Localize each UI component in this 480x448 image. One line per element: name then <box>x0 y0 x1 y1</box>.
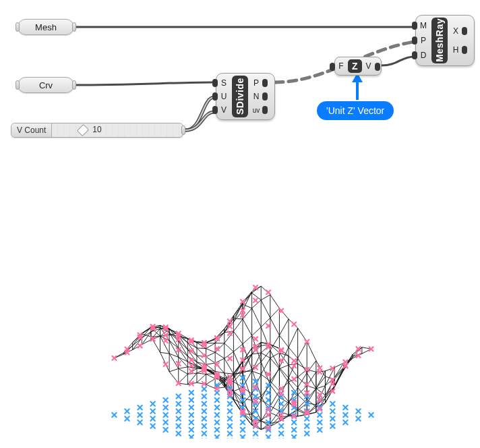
svg-line-470 <box>206 379 216 385</box>
result-visualization <box>61 175 425 439</box>
node-meshray-outputs: X H <box>448 16 463 65</box>
slider-vcount-handle[interactable] <box>77 124 89 136</box>
wire-vcount-to-u-outer <box>185 97 214 130</box>
param-mesh-output-grip[interactable] <box>72 22 76 32</box>
svg-line-472 <box>206 385 216 389</box>
svg-line-544 <box>261 353 270 358</box>
svg-line-144 <box>224 343 234 352</box>
port-sdivide-p[interactable]: P <box>250 77 262 89</box>
node-meshray[interactable]: M P D MeshRay X H <box>415 15 475 66</box>
param-mesh-input-grip[interactable] <box>16 22 20 32</box>
svg-line-173 <box>270 308 280 318</box>
svg-line-150 <box>206 357 216 363</box>
svg-line-179 <box>252 327 262 336</box>
annotation-unitz: 'Unit Z' Vector <box>317 101 394 120</box>
param-crv-input-grip[interactable] <box>16 80 20 90</box>
node-sdivide-outputs: P N uv <box>249 74 264 119</box>
svg-line-301 <box>307 341 316 360</box>
wire-vcount-to-v-inner <box>185 112 214 130</box>
svg-line-254 <box>169 354 179 368</box>
annotation-unitz-text: 'Unit Z' Vector <box>326 105 384 116</box>
svg-line-102 <box>206 343 216 349</box>
param-mesh-label: Mesh <box>35 22 57 32</box>
slider-vcount[interactable]: V Count 10 <box>11 123 183 138</box>
node-meshray-title: MeshRay <box>431 18 448 63</box>
param-crv-output-grip[interactable] <box>72 80 76 90</box>
svg-line-451 <box>270 391 280 405</box>
port-meshray-h[interactable]: H <box>450 44 462 56</box>
svg-line-139 <box>233 319 243 331</box>
svg-line-147 <box>215 352 224 358</box>
svg-line-267 <box>270 385 280 397</box>
svg-line-56 <box>206 339 216 343</box>
svg-line-540 <box>279 365 289 369</box>
svg-line-129 <box>270 295 280 308</box>
port-meshray-x[interactable]: X <box>450 25 462 37</box>
node-meshray-inputs: M P D <box>416 16 431 65</box>
svg-line-130 <box>261 295 270 300</box>
node-sdivide-title: SDivide <box>232 76 248 117</box>
svg-line-427 <box>197 374 206 383</box>
svg-line-135 <box>252 308 262 327</box>
port-meshray-d[interactable]: D <box>417 49 429 61</box>
svg-line-33 <box>142 332 151 345</box>
svg-line-216 <box>279 319 289 335</box>
svg-line-175 <box>270 318 280 335</box>
svg-line-297 <box>179 368 188 374</box>
node-unitz[interactable]: F Z V <box>334 57 382 76</box>
port-sdivide-s[interactable]: S <box>218 77 230 89</box>
node-sdivide-inputs: S U V <box>216 74 231 119</box>
port-meshray-m[interactable]: M <box>417 20 429 32</box>
svg-line-383 <box>197 373 206 374</box>
svg-line-182 <box>243 336 252 344</box>
port-meshray-p[interactable]: P <box>417 34 429 47</box>
port-sdivide-v[interactable]: V <box>218 104 230 116</box>
port-sdivide-u[interactable]: U <box>218 90 230 103</box>
svg-line-141 <box>233 331 243 344</box>
svg-line-194 <box>206 363 216 364</box>
svg-line-138 <box>243 319 252 336</box>
slider-vcount-track[interactable]: 10 <box>52 123 183 137</box>
svg-line-132 <box>261 300 270 318</box>
param-crv-label: Crv <box>39 80 53 90</box>
param-crv[interactable]: Crv <box>18 77 74 93</box>
svg-line-105 <box>197 348 206 349</box>
wire-unitz-to-meshray-d <box>382 57 414 65</box>
svg-line-426 <box>206 374 216 379</box>
slider-vcount-value: 10 <box>92 125 101 134</box>
port-unitz-f[interactable]: F <box>335 57 347 75</box>
node-sdivide[interactable]: S U V SDivide P N uv <box>216 73 275 120</box>
wire-crv-to-sdivide <box>73 82 214 85</box>
wire-vcount-to-v-outer <box>185 112 214 130</box>
svg-line-148 <box>206 352 216 356</box>
svg-line-261 <box>289 347 298 358</box>
slider-vcount-label: V Count <box>11 123 52 137</box>
port-unitz-v[interactable]: V <box>363 57 375 75</box>
svg-line-380 <box>206 369 216 374</box>
node-unitz-title: Z <box>348 59 362 73</box>
svg-line-543 <box>270 353 280 358</box>
svg-line-584 <box>298 377 307 386</box>
svg-line-264 <box>279 368 289 378</box>
port-sdivide-uv[interactable]: uv <box>250 104 262 116</box>
port-sdivide-n[interactable]: N <box>250 90 262 103</box>
svg-line-218 <box>279 335 289 347</box>
svg-line-295 <box>179 367 188 369</box>
svg-line-234 <box>224 373 234 374</box>
slider-vcount-output-grip[interactable] <box>181 125 185 135</box>
svg-line-255 <box>160 352 170 354</box>
svg-line-302 <box>298 341 307 358</box>
svg-line-497 <box>270 369 280 381</box>
svg-line-495 <box>270 381 280 391</box>
svg-line-104 <box>206 349 216 353</box>
svg-line-541 <box>270 358 280 369</box>
svg-line-538 <box>279 369 289 383</box>
svg-line-298 <box>169 368 179 372</box>
wire-vcount-to-u-inner <box>185 97 214 130</box>
param-mesh[interactable]: Mesh <box>18 19 74 35</box>
svg-line-221 <box>270 350 280 368</box>
svg-line-259 <box>289 328 298 347</box>
